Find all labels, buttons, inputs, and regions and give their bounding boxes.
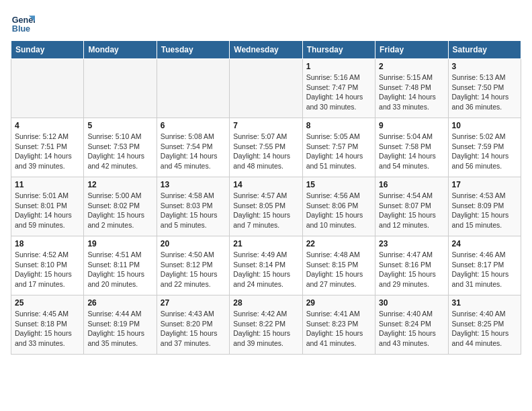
calendar-table: SundayMondayTuesdayWednesdayThursdayFrid… (11, 40, 521, 355)
calendar-week-4: 18Sunrise: 4:52 AMSunset: 8:10 PMDayligh… (11, 236, 521, 295)
calendar-week-1: 1Sunrise: 5:16 AMSunset: 7:47 PMDaylight… (11, 59, 521, 118)
weekday-header-thursday: Thursday (302, 41, 375, 59)
day-number: 8 (306, 121, 371, 130)
weekday-header-sunday: Sunday (11, 41, 84, 59)
day-info: Sunrise: 4:58 AMSunset: 8:03 PMDaylight:… (161, 191, 226, 230)
day-number: 6 (161, 121, 226, 130)
day-info: Sunrise: 5:05 AMSunset: 7:57 PMDaylight:… (306, 132, 371, 171)
day-number: 13 (161, 180, 226, 189)
day-number: 15 (306, 180, 371, 189)
calendar-header: SundayMondayTuesdayWednesdayThursdayFrid… (11, 41, 521, 59)
logo: General Blue (11, 11, 38, 35)
day-info: Sunrise: 4:53 AMSunset: 8:09 PMDaylight:… (452, 191, 517, 230)
calendar-cell: 14Sunrise: 4:57 AMSunset: 8:05 PMDayligh… (230, 177, 302, 236)
weekday-header-friday: Friday (375, 41, 448, 59)
day-number: 1 (306, 62, 371, 71)
calendar-cell: 19Sunrise: 4:51 AMSunset: 8:11 PMDayligh… (84, 236, 157, 295)
day-info: Sunrise: 4:57 AMSunset: 8:05 PMDaylight:… (233, 191, 298, 230)
calendar-cell: 1Sunrise: 5:16 AMSunset: 7:47 PMDaylight… (302, 59, 375, 118)
day-info: Sunrise: 5:13 AMSunset: 7:50 PMDaylight:… (452, 73, 517, 112)
day-number: 28 (233, 298, 298, 308)
day-number: 9 (379, 121, 444, 130)
day-number: 7 (233, 121, 298, 130)
day-info: Sunrise: 5:00 AMSunset: 8:02 PMDaylight:… (87, 191, 152, 230)
calendar-week-3: 11Sunrise: 5:01 AMSunset: 8:01 PMDayligh… (11, 177, 521, 236)
calendar-cell: 3Sunrise: 5:13 AMSunset: 7:50 PMDaylight… (448, 59, 521, 118)
day-number: 29 (306, 298, 371, 308)
day-info: Sunrise: 4:41 AMSunset: 8:23 PMDaylight:… (306, 309, 371, 349)
day-number: 24 (452, 239, 517, 248)
day-number: 23 (379, 239, 444, 248)
svg-text:Blue: Blue (12, 24, 30, 34)
calendar-cell: 6Sunrise: 5:08 AMSunset: 7:54 PMDaylight… (157, 118, 229, 177)
calendar-cell: 31Sunrise: 4:40 AMSunset: 8:25 PMDayligh… (448, 295, 521, 355)
calendar-cell: 13Sunrise: 4:58 AMSunset: 8:03 PMDayligh… (157, 177, 229, 236)
calendar-week-5: 25Sunrise: 4:45 AMSunset: 8:18 PMDayligh… (11, 295, 521, 355)
calendar-cell: 7Sunrise: 5:07 AMSunset: 7:55 PMDaylight… (230, 118, 302, 177)
calendar-cell: 16Sunrise: 4:54 AMSunset: 8:07 PMDayligh… (375, 177, 448, 236)
calendar-cell: 9Sunrise: 5:04 AMSunset: 7:58 PMDaylight… (375, 118, 448, 177)
calendar-cell: 22Sunrise: 4:48 AMSunset: 8:15 PMDayligh… (302, 236, 375, 295)
weekday-row: SundayMondayTuesdayWednesdayThursdayFrid… (11, 41, 521, 59)
day-number: 17 (452, 180, 517, 189)
day-info: Sunrise: 5:08 AMSunset: 7:54 PMDaylight:… (161, 132, 226, 171)
day-info: Sunrise: 4:43 AMSunset: 8:20 PMDaylight:… (161, 309, 226, 349)
calendar-cell: 27Sunrise: 4:43 AMSunset: 8:20 PMDayligh… (157, 295, 229, 355)
calendar-cell: 30Sunrise: 4:40 AMSunset: 8:24 PMDayligh… (375, 295, 448, 355)
day-number: 25 (15, 298, 80, 308)
day-number: 27 (161, 298, 226, 308)
day-info: Sunrise: 4:54 AMSunset: 8:07 PMDaylight:… (379, 191, 444, 230)
day-number: 19 (87, 239, 152, 248)
day-info: Sunrise: 5:16 AMSunset: 7:47 PMDaylight:… (306, 73, 371, 112)
day-info: Sunrise: 4:44 AMSunset: 8:19 PMDaylight:… (87, 309, 152, 349)
day-info: Sunrise: 5:07 AMSunset: 7:55 PMDaylight:… (233, 132, 298, 171)
calendar-cell: 26Sunrise: 4:44 AMSunset: 8:19 PMDayligh… (84, 295, 157, 355)
day-info: Sunrise: 4:56 AMSunset: 8:06 PMDaylight:… (306, 191, 371, 230)
day-info: Sunrise: 4:52 AMSunset: 8:10 PMDaylight:… (15, 250, 80, 289)
day-number: 10 (452, 121, 517, 130)
calendar-cell: 25Sunrise: 4:45 AMSunset: 8:18 PMDayligh… (11, 295, 84, 355)
calendar-cell: 29Sunrise: 4:41 AMSunset: 8:23 PMDayligh… (302, 295, 375, 355)
calendar-cell: 18Sunrise: 4:52 AMSunset: 8:10 PMDayligh… (11, 236, 84, 295)
day-info: Sunrise: 5:02 AMSunset: 7:59 PMDaylight:… (452, 132, 517, 171)
calendar-cell: 23Sunrise: 4:47 AMSunset: 8:16 PMDayligh… (375, 236, 448, 295)
calendar-cell: 5Sunrise: 5:10 AMSunset: 7:53 PMDaylight… (84, 118, 157, 177)
calendar-cell: 12Sunrise: 5:00 AMSunset: 8:02 PMDayligh… (84, 177, 157, 236)
day-number: 30 (379, 298, 444, 308)
day-info: Sunrise: 5:15 AMSunset: 7:48 PMDaylight:… (379, 73, 444, 112)
calendar-cell: 24Sunrise: 4:46 AMSunset: 8:17 PMDayligh… (448, 236, 521, 295)
day-number: 26 (87, 298, 152, 308)
calendar-cell: 28Sunrise: 4:42 AMSunset: 8:22 PMDayligh… (230, 295, 302, 355)
calendar-cell: 21Sunrise: 4:49 AMSunset: 8:14 PMDayligh… (230, 236, 302, 295)
calendar-cell (157, 59, 229, 118)
day-info: Sunrise: 4:48 AMSunset: 8:15 PMDaylight:… (306, 250, 371, 289)
day-number: 21 (233, 239, 298, 248)
day-info: Sunrise: 4:42 AMSunset: 8:22 PMDaylight:… (233, 309, 298, 349)
day-number: 2 (379, 62, 444, 71)
weekday-header-monday: Monday (84, 41, 157, 59)
calendar-cell: 17Sunrise: 4:53 AMSunset: 8:09 PMDayligh… (448, 177, 521, 236)
calendar-cell (230, 59, 302, 118)
day-number: 16 (379, 180, 444, 189)
day-info: Sunrise: 4:49 AMSunset: 8:14 PMDaylight:… (233, 250, 298, 289)
calendar-cell: 2Sunrise: 5:15 AMSunset: 7:48 PMDaylight… (375, 59, 448, 118)
day-info: Sunrise: 4:40 AMSunset: 8:24 PMDaylight:… (379, 309, 444, 349)
day-number: 14 (233, 180, 298, 189)
calendar-body: 1Sunrise: 5:16 AMSunset: 7:47 PMDaylight… (11, 59, 521, 355)
weekday-header-wednesday: Wednesday (230, 41, 302, 59)
day-number: 22 (306, 239, 371, 248)
day-info: Sunrise: 4:40 AMSunset: 8:25 PMDaylight:… (452, 309, 517, 349)
day-number: 4 (15, 121, 80, 130)
day-number: 31 (452, 298, 517, 308)
logo-icon: General Blue (11, 11, 35, 35)
day-number: 11 (15, 180, 80, 189)
calendar-cell: 10Sunrise: 5:02 AMSunset: 7:59 PMDayligh… (448, 118, 521, 177)
day-number: 20 (161, 239, 226, 248)
day-info: Sunrise: 4:46 AMSunset: 8:17 PMDaylight:… (452, 250, 517, 289)
day-info: Sunrise: 5:12 AMSunset: 7:51 PMDaylight:… (15, 132, 80, 171)
day-info: Sunrise: 5:04 AMSunset: 7:58 PMDaylight:… (379, 132, 444, 171)
day-number: 3 (452, 62, 517, 71)
calendar-cell: 8Sunrise: 5:05 AMSunset: 7:57 PMDaylight… (302, 118, 375, 177)
calendar-cell (11, 59, 84, 118)
page-header: General Blue (11, 11, 521, 35)
